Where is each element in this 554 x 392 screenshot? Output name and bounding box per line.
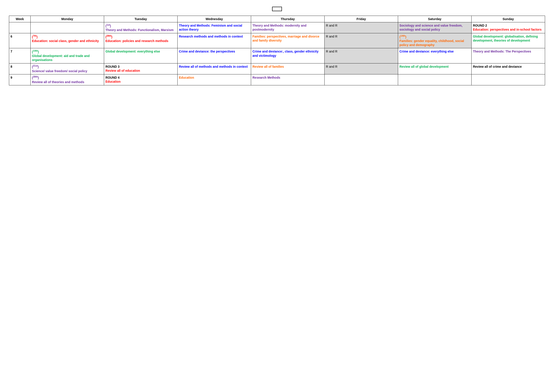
timetable: WeekMondayTuesdayWednesdayThursdayFriday…: [9, 16, 545, 85]
table-cell: (1st)Theory and Methods: Functionalism, …: [104, 22, 178, 33]
table-cell: Global development: globalisation, defin…: [471, 33, 545, 48]
table-cell: (14th)Families: gender equality, childho…: [398, 33, 471, 48]
table-cell: Theory and Methods: modernity and postmo…: [251, 22, 325, 33]
table-cell: Review all of families: [251, 63, 325, 74]
week-cell: [9, 22, 31, 33]
col-header-sunday: Sunday: [471, 16, 545, 22]
table-cell: Research Methods: [251, 74, 325, 85]
table-cell: Theory and Methods: The Perspectives: [471, 48, 545, 63]
col-header-week: Week: [9, 16, 31, 22]
table-cell: Review all of crime and deviance: [471, 63, 545, 74]
week-cell: 9: [9, 74, 31, 85]
table-cell: Crime and deviance: everything else: [398, 48, 471, 63]
table-cell: Families: perspectives, marriage and div…: [251, 33, 325, 48]
col-header-wednesday: Wednesday: [178, 16, 251, 22]
table-cell: ROUND 4Education: [104, 74, 178, 85]
table-cell: [324, 74, 398, 85]
table-cell: Global development: everything else: [104, 48, 178, 63]
table-cell: ROUND 2Education: perspectives and in-sc…: [471, 22, 545, 33]
table-cell: Research methods and methods in context: [178, 33, 251, 48]
table-cell: (28th)Education: policies and research m…: [104, 33, 178, 48]
table-row: 7(14th)Global development: aid and trade…: [9, 48, 545, 63]
table-cell: R and R: [324, 63, 398, 74]
table-cell: (7th)Education: social class, gender and…: [31, 33, 104, 48]
table-cell: Crime and deviance: the perspectives: [178, 48, 251, 63]
table-cell: R and R: [324, 22, 398, 33]
table-cell: [471, 74, 545, 85]
table-row: (1st)Theory and Methods: Functionalism, …: [9, 22, 545, 33]
table-row: 9(28th)Review all of theories and method…: [9, 74, 545, 85]
table-cell: ROUND 3Review all of education: [104, 63, 178, 74]
week-cell: 7: [9, 48, 31, 63]
table-cell: Theory and Methods: Feminism and social …: [178, 22, 251, 33]
table-cell: [31, 22, 104, 33]
table-cell: R and R: [324, 33, 398, 48]
table-cell: Crime and deviance:, class, gender ethni…: [251, 48, 325, 63]
table-cell: R and R: [324, 48, 398, 63]
table-row: 6(7th)Education: social class, gender an…: [9, 33, 545, 48]
col-header-saturday: Saturday: [398, 16, 471, 22]
week-cell: 6: [9, 33, 31, 48]
table-row: 8(21st)Science/ value freedom/ social po…: [9, 63, 545, 74]
table-cell: Review all of global development: [398, 63, 471, 74]
week-cell: 8: [9, 63, 31, 74]
table-cell: Review all of methods and methods in con…: [178, 63, 251, 74]
col-header-monday: Monday: [31, 16, 104, 22]
col-header-thursday: Thursday: [251, 16, 325, 22]
table-cell: [398, 74, 471, 85]
table-cell: (28th)Review all of theories and methods: [31, 74, 104, 85]
table-cell: Education: [178, 74, 251, 85]
table-cell: (21st)Science/ value freedom/ social pol…: [31, 63, 104, 74]
page-title: [272, 7, 282, 11]
table-cell: (14th)Global development: aid and trade …: [31, 48, 104, 63]
col-header-friday: Friday: [324, 16, 398, 22]
col-header-tuesday: Tuesday: [104, 16, 178, 22]
table-cell: Sociology and science and value freedom,…: [398, 22, 471, 33]
